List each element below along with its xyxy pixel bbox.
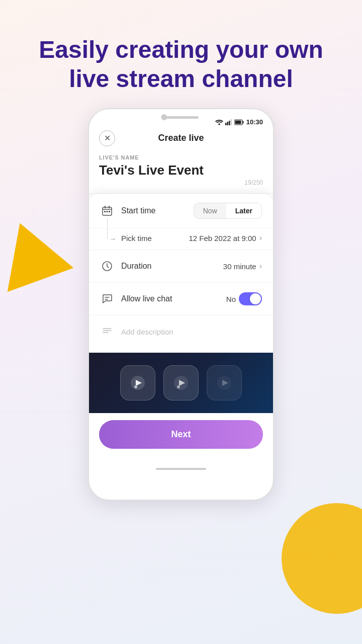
svg-rect-3	[229, 121, 230, 125]
live-name-section: LIVE'S NAME Tevi's Live Event 19/250	[89, 149, 273, 194]
toggle-knob	[250, 293, 261, 304]
start-time-buttons: Now Later	[194, 203, 262, 219]
svg-rect-4	[230, 119, 232, 125]
svg-point-0	[218, 123, 220, 125]
settings-card: Start time Now Later → Pick time 12 Feb …	[89, 194, 273, 353]
hero-section: Easily creating your own live stream cha…	[0, 0, 362, 108]
svg-rect-11	[104, 211, 106, 212]
next-button[interactable]: Next	[99, 420, 263, 449]
add-description-placeholder[interactable]: Add description	[121, 328, 173, 336]
home-bar-indicator	[156, 468, 206, 470]
page-title: Create live	[158, 133, 204, 143]
live-name-value[interactable]: Tevi's Live Event	[99, 163, 263, 178]
pick-time-label: Pick time	[121, 234, 189, 243]
app-icon-1	[120, 365, 155, 400]
now-button[interactable]: Now	[194, 203, 226, 218]
signal-icon	[225, 119, 232, 125]
status-bar: 10:30	[89, 109, 273, 129]
phone-home-bar	[89, 459, 273, 479]
live-name-label: LIVE'S NAME	[99, 154, 263, 160]
phone-mockup: 10:30 ✕ Create live LIVE'S NAME Tevi's L…	[88, 108, 274, 501]
status-icons: 10:30	[215, 118, 263, 126]
duration-label: Duration	[121, 262, 216, 271]
chat-icon	[100, 292, 114, 306]
app-icon-2	[163, 365, 199, 400]
svg-rect-9	[105, 206, 106, 208]
svg-rect-12	[107, 211, 108, 212]
phone-camera	[161, 114, 167, 120]
wifi-icon	[215, 119, 223, 125]
description-icon	[100, 325, 114, 339]
close-button[interactable]: ✕	[99, 130, 115, 146]
svg-rect-13	[109, 211, 110, 212]
svg-rect-2	[227, 122, 228, 125]
duration-row[interactable]: Duration 30 minute ›	[89, 250, 273, 283]
svg-rect-10	[109, 206, 110, 208]
next-button-wrapper: Next	[89, 413, 273, 459]
pick-time-value: 12 Feb 2022 at 9:00 ›	[189, 233, 262, 243]
app-icon-3	[207, 365, 242, 400]
duration-chevron-icon: ›	[259, 262, 262, 271]
pick-time-row[interactable]: → Pick time 12 Feb 2022 at 9:00 ›	[89, 228, 273, 250]
chevron-right-icon: ›	[259, 233, 262, 243]
svg-point-20	[177, 385, 180, 388]
livestream-icon-2	[172, 374, 190, 392]
clock-icon	[100, 259, 114, 273]
svg-rect-1	[225, 123, 227, 125]
allow-live-chat-toggle[interactable]	[239, 292, 262, 305]
svg-rect-6	[242, 121, 243, 123]
deco-circle	[282, 503, 362, 614]
livestream-icon-1	[129, 374, 147, 392]
screenshot-bg	[89, 353, 273, 413]
battery-icon	[234, 119, 244, 125]
start-time-label: Start time	[121, 206, 187, 215]
status-time: 10:30	[246, 118, 263, 126]
app-header: ✕ Create live	[89, 129, 273, 149]
add-description-row[interactable]: Add description	[89, 315, 273, 348]
duration-value: 30 minute ›	[223, 262, 262, 271]
phone-container: 10:30 ✕ Create live LIVE'S NAME Tevi's L…	[0, 108, 362, 501]
dashed-connector	[107, 219, 108, 238]
svg-rect-7	[235, 120, 241, 124]
screenshot-section	[89, 353, 273, 413]
svg-point-17	[134, 385, 137, 388]
allow-live-chat-label: Allow live chat	[121, 294, 219, 303]
later-button[interactable]: Later	[226, 203, 261, 218]
char-count: 19/250	[99, 178, 263, 189]
calendar-icon	[100, 204, 114, 218]
livestream-icon-3	[215, 374, 233, 392]
arrow-icon: →	[109, 235, 116, 243]
allow-live-chat-row: Allow live chat No	[89, 283, 273, 315]
close-icon: ✕	[104, 134, 111, 142]
start-time-row: Start time Now Later	[89, 194, 273, 228]
hero-title: Easily creating your own live stream cha…	[30, 35, 332, 93]
allow-chat-status: No	[226, 292, 262, 305]
phone-speaker	[163, 116, 199, 119]
